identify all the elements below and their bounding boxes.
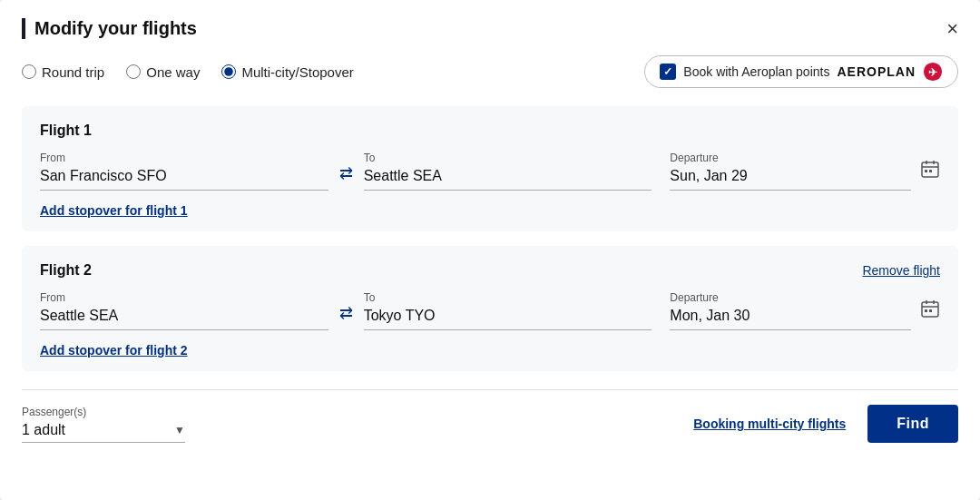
flight-1-label: Flight 1 bbox=[40, 123, 92, 139]
one-way-label: One way bbox=[146, 64, 200, 80]
chevron-down-icon: ▼ bbox=[174, 424, 185, 436]
modal-container: Modify your flights × Round trip One way… bbox=[0, 0, 980, 500]
close-button[interactable]: × bbox=[946, 19, 958, 39]
passengers-value: 1 adult bbox=[22, 422, 171, 438]
flight-2-label: Flight 2 bbox=[40, 262, 92, 279]
remove-flight-button[interactable]: Remove flight bbox=[862, 263, 940, 278]
flight-2-to-group: To Tokyo TYO bbox=[364, 291, 652, 330]
flight-1-card: Flight 1 From San Francisco SFO ⇄ To Sea… bbox=[22, 106, 958, 231]
footer-right: Booking multi-city flights Find bbox=[693, 405, 958, 443]
aeroplan-logo-icon: ✈ bbox=[923, 62, 943, 82]
flight-2-swap-icon[interactable]: ⇄ bbox=[328, 303, 364, 330]
footer-row: Passenger(s) 1 adult ▼ Booking multi-cit… bbox=[22, 389, 958, 461]
svg-rect-6 bbox=[925, 170, 927, 172]
modal-header: Modify your flights × bbox=[22, 18, 958, 39]
flight-2-card: Flight 2 Remove flight From Seattle SEA … bbox=[22, 246, 958, 371]
flight-1-departure-label: Departure bbox=[670, 152, 911, 164]
aeroplan-brand: AEROPLAN bbox=[837, 64, 916, 79]
passengers-label: Passenger(s) bbox=[22, 406, 185, 418]
round-trip-label: Round trip bbox=[42, 64, 104, 80]
aeroplan-button[interactable]: Book with Aeroplan points AEROPLAN ✈ bbox=[644, 55, 958, 88]
flight-2-fields-row: From Seattle SEA ⇄ To Tokyo TYO Departur… bbox=[40, 291, 940, 330]
flight-2-to-label: To bbox=[364, 291, 652, 304]
flight-1-from-label: From bbox=[40, 152, 328, 164]
one-way-radio[interactable] bbox=[126, 64, 141, 79]
booking-multi-city-link[interactable]: Booking multi-city flights bbox=[693, 417, 846, 431]
svg-rect-13 bbox=[929, 309, 932, 312]
add-stopover-flight-2-button[interactable]: Add stopover for flight 2 bbox=[40, 343, 188, 358]
flight-1-to-input[interactable]: Seattle SEA bbox=[364, 168, 652, 191]
flight-2-calendar-icon[interactable] bbox=[911, 299, 940, 330]
passengers-select[interactable]: 1 adult ▼ bbox=[22, 422, 185, 443]
flight-1-fields-row: From San Francisco SFO ⇄ To Seattle SEA … bbox=[40, 152, 940, 191]
flight-1-departure-group: Departure Sun, Jan 29 bbox=[652, 152, 940, 191]
passengers-group: Passenger(s) 1 adult ▼ bbox=[22, 406, 185, 443]
flight-2-from-input[interactable]: Seattle SEA bbox=[40, 308, 328, 330]
flight-1-swap-icon[interactable]: ⇄ bbox=[328, 163, 364, 191]
flight-2-departure-label: Departure bbox=[670, 291, 911, 304]
flight-1-header: Flight 1 bbox=[40, 123, 940, 139]
flight-1-from-input[interactable]: San Francisco SFO bbox=[40, 168, 328, 191]
one-way-option[interactable]: One way bbox=[126, 64, 200, 80]
flight-2-departure-input[interactable]: Mon, Jan 30 bbox=[670, 308, 911, 330]
multi-city-radio[interactable] bbox=[221, 64, 236, 79]
flight-1-calendar-icon[interactable] bbox=[911, 159, 940, 191]
aeroplan-checkbox-icon bbox=[660, 64, 676, 80]
find-button[interactable]: Find bbox=[867, 405, 958, 443]
flight-1-to-group: To Seattle SEA bbox=[364, 152, 652, 191]
flight-2-from-group: From Seattle SEA bbox=[40, 291, 328, 330]
round-trip-option[interactable]: Round trip bbox=[22, 64, 104, 80]
trip-type-row: Round trip One way Multi-city/Stopover B… bbox=[22, 55, 958, 88]
svg-rect-7 bbox=[929, 170, 932, 172]
multi-city-option[interactable]: Multi-city/Stopover bbox=[221, 64, 353, 80]
svg-rect-12 bbox=[925, 309, 927, 312]
flight-1-to-label: To bbox=[364, 152, 652, 164]
flight-2-departure-group: Departure Mon, Jan 30 bbox=[652, 291, 940, 330]
flight-1-departure-input[interactable]: Sun, Jan 29 bbox=[670, 168, 911, 191]
flight-2-header: Flight 2 Remove flight bbox=[40, 262, 940, 279]
aeroplan-text: Book with Aeroplan points bbox=[683, 64, 829, 79]
svg-text:✈: ✈ bbox=[928, 66, 937, 79]
flight-2-from-label: From bbox=[40, 291, 328, 304]
multi-city-label: Multi-city/Stopover bbox=[241, 64, 353, 80]
flight-1-from-group: From San Francisco SFO bbox=[40, 152, 328, 191]
round-trip-radio[interactable] bbox=[22, 64, 36, 79]
modal-title: Modify your flights bbox=[22, 18, 197, 39]
add-stopover-flight-1-button[interactable]: Add stopover for flight 1 bbox=[40, 203, 188, 218]
flight-2-to-input[interactable]: Tokyo TYO bbox=[364, 308, 652, 330]
